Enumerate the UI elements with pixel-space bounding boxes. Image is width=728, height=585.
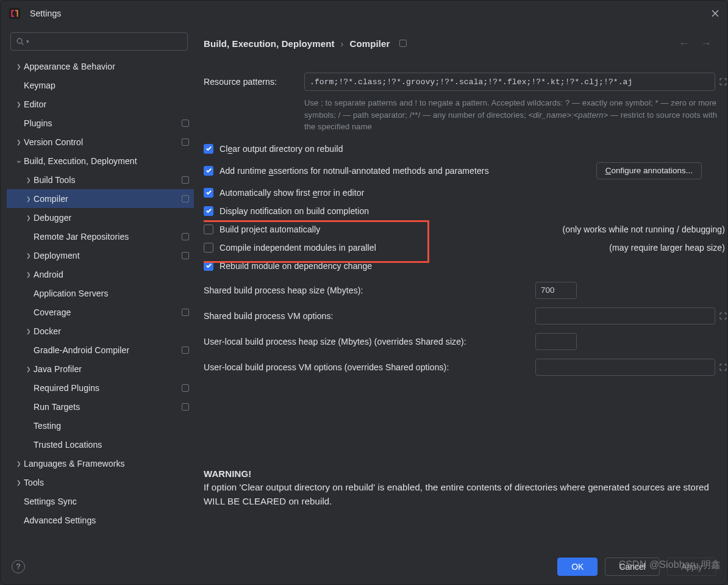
settings-tree: ❯Appearance & BehaviorKeymap❯EditorPlugi…: [7, 57, 194, 550]
checkbox[interactable]: [204, 166, 213, 176]
tree-node-application-servers[interactable]: Application Servers: [7, 284, 194, 303]
expand-icon[interactable]: [719, 312, 727, 320]
chevron-icon: ❯: [24, 271, 34, 278]
resource-patterns-input[interactable]: .form;!?*.class;!?*.groovy;!?*.scala;!?*…: [304, 73, 715, 91]
tree-node-languages-frameworks[interactable]: ❯Languages & Frameworks: [7, 454, 194, 473]
tree-node-settings-sync[interactable]: Settings Sync: [7, 492, 194, 511]
option-5: Compile independent modules in parallel(…: [204, 243, 727, 253]
field-input[interactable]: [535, 282, 577, 299]
tree-node-docker[interactable]: ❯Docker: [7, 321, 194, 340]
tree-label: Trusted Locations: [34, 440, 189, 450]
sidebar: ▾ ❯Appearance & BehaviorKeymap❯EditorPlu…: [1, 26, 194, 550]
tree-node-debugger[interactable]: ❯Debugger: [7, 208, 194, 227]
tree-node-deployment[interactable]: ❯Deployment: [7, 246, 194, 265]
cancel-button[interactable]: Cancel: [605, 558, 660, 576]
tree-node-android[interactable]: ❯Android: [7, 265, 194, 284]
apply-button[interactable]: Apply: [667, 558, 716, 576]
tree-node-gradle-android-compiler[interactable]: Gradle-Android Compiler: [7, 340, 194, 359]
field-input[interactable]: [535, 307, 715, 325]
tree-label: Tools: [24, 478, 189, 487]
option-note: (may require larger heap size): [609, 243, 725, 253]
option-6: Rebuild module on dependency change: [204, 261, 727, 271]
option-label: Build project automatically: [219, 224, 563, 234]
tree-label: Required Plugins: [34, 383, 178, 393]
field-label: Shared build process heap size (Mbytes):: [204, 285, 535, 295]
checkbox[interactable]: [204, 243, 213, 253]
tree-node-remote-jar-repositories[interactable]: Remote Jar Repositories: [7, 227, 194, 246]
checkbox[interactable]: [204, 206, 213, 216]
tree-node-build-execution-deployment[interactable]: ⌄Build, Execution, Deployment: [7, 151, 194, 170]
chevron-icon: ❯: [24, 366, 34, 372]
ok-button[interactable]: OK: [557, 558, 598, 576]
tree-node-version-control[interactable]: ❯Version Control: [7, 132, 194, 151]
breadcrumb-parent[interactable]: Build, Execution, Deployment: [204, 38, 335, 49]
tree-label: Editor: [24, 99, 189, 109]
tree-label: Appearance & Behavior: [24, 62, 189, 71]
tree-node-trusted-locations[interactable]: Trusted Locations: [7, 435, 194, 454]
resource-patterns-hint: Use ; to separate patterns and ! to nega…: [304, 97, 727, 133]
nav-back-icon[interactable]: ←: [676, 37, 692, 50]
tree-node-editor[interactable]: ❯Editor: [7, 95, 194, 113]
checkbox[interactable]: [204, 261, 213, 271]
help-icon[interactable]: ?: [12, 560, 25, 573]
tree-node-plugins[interactable]: Plugins: [7, 113, 194, 132]
scope-icon: [182, 176, 189, 184]
scope-icon: [182, 346, 189, 354]
option-1: Add runtime assertions for notnull-annot…: [204, 162, 727, 179]
warning-text: WARNING! If option 'Clear output directo…: [204, 467, 727, 509]
tree-node-testing[interactable]: Testing: [7, 416, 194, 435]
option-label: Add runtime assertions for notnull-annot…: [219, 166, 585, 176]
tree-node-compiler[interactable]: ❯Compiler: [7, 189, 194, 208]
close-icon[interactable]: [710, 9, 720, 18]
field-row-3: User-local build process VM options (ove…: [204, 359, 727, 376]
tree-label: Run Targets: [34, 402, 178, 412]
checkbox[interactable]: [204, 144, 213, 154]
tree-node-java-profiler[interactable]: ❯Java Profiler: [7, 359, 194, 378]
scope-icon: [182, 195, 189, 203]
chevron-icon: ❯: [14, 63, 24, 70]
field-input[interactable]: [535, 333, 577, 350]
checkbox[interactable]: [204, 224, 213, 234]
option-note: (only works while not running / debuggin…: [563, 224, 725, 234]
tree-label: Android: [34, 270, 189, 279]
chevron-icon: ❯: [14, 461, 24, 467]
scope-icon: [182, 252, 189, 259]
tree-label: Coverage: [34, 307, 178, 317]
breadcrumb: Build, Execution, Deployment › Compiler …: [204, 34, 727, 53]
tree-node-required-plugins[interactable]: Required Plugins: [7, 378, 194, 397]
scope-icon: [182, 120, 189, 127]
field-label: User-local build process heap size (Mbyt…: [204, 337, 535, 346]
tree-label: Languages & Frameworks: [24, 459, 189, 468]
scope-icon: [182, 138, 189, 146]
field-input[interactable]: [535, 359, 715, 376]
chevron-icon: ❯: [14, 479, 24, 486]
tree-label: Docker: [34, 326, 189, 336]
tree-label: Testing: [34, 421, 189, 431]
tree-node-run-targets[interactable]: Run Targets: [7, 397, 194, 416]
tree-node-coverage[interactable]: Coverage: [7, 303, 194, 321]
option-3: Display notification on build completion: [204, 206, 727, 216]
tree-node-build-tools[interactable]: ❯Build Tools: [7, 170, 194, 189]
checkbox[interactable]: [204, 188, 213, 198]
option-label: Clear output directory on rebuild: [219, 144, 727, 154]
search-input[interactable]: ▾: [10, 32, 188, 51]
tree-node-appearance-behavior[interactable]: ❯Appearance & Behavior: [7, 57, 194, 76]
tree-node-keymap[interactable]: Keymap: [7, 76, 194, 95]
expand-icon[interactable]: [719, 77, 727, 86]
chevron-icon: ❯: [24, 253, 34, 259]
chevron-icon: ❯: [14, 139, 24, 145]
tree-label: Java Profiler: [34, 364, 189, 374]
tree-node-tools[interactable]: ❯Tools: [7, 473, 194, 492]
chevron-icon: ❯: [24, 196, 34, 202]
scope-icon: [182, 309, 189, 316]
configure-annotations-button[interactable]: Configure annotations...: [596, 162, 702, 179]
expand-icon[interactable]: [719, 363, 727, 371]
option-label: Automatically show first error in editor: [219, 188, 727, 198]
scope-icon: [399, 40, 407, 47]
scope-icon: [182, 403, 189, 411]
tree-node-advanced-settings[interactable]: Advanced Settings: [7, 511, 194, 529]
app-icon: [8, 7, 21, 20]
nav-forward-icon[interactable]: →: [698, 37, 714, 50]
tree-label: Plugins: [24, 118, 178, 128]
tree-label: Build, Execution, Deployment: [24, 156, 189, 166]
